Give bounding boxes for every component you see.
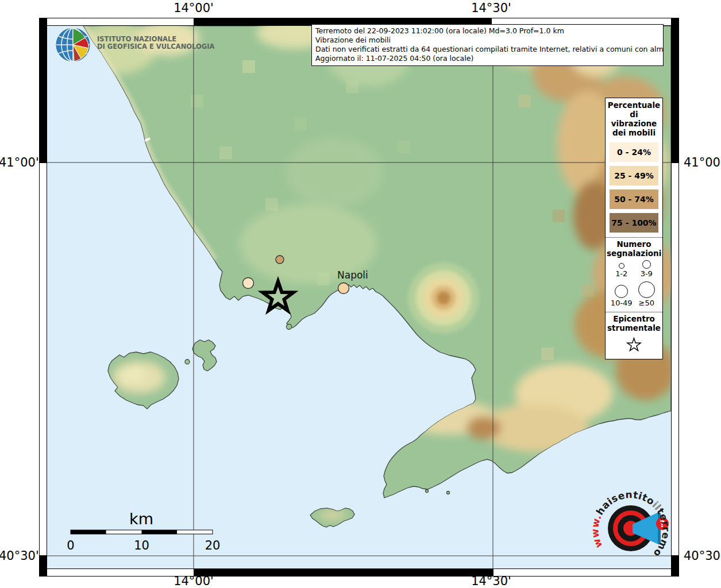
frame-segment <box>39 556 47 577</box>
info-line-source: Dati non verificati estratti da 64 quest… <box>315 45 660 54</box>
legend-reports-title: Numero segnalazioni <box>606 239 662 259</box>
city-label: Napoli <box>337 269 368 281</box>
ingv-globe-icon <box>55 26 92 63</box>
report-size-icon-1-2 <box>619 263 624 269</box>
ingv-wordmark: ISTITUTO NAZIONALE DI GEOFISICA E VULCAN… <box>97 26 214 51</box>
report-size-label: 1-2 <box>615 269 627 278</box>
report-size-icon-50 <box>638 281 655 298</box>
legend-epicenter-section: Epicentro strumentale <box>606 312 662 355</box>
wm-it: .it <box>591 488 593 490</box>
haisentitoilterremoto-logo: ? www.haisentitoilterremoto.it <box>591 488 672 570</box>
terrain-map: Napoli km 0 10 20 <box>47 26 671 568</box>
frame-segment <box>671 556 679 577</box>
legend-percent-title: Percentuale di vibrazione dei mobili <box>606 98 662 138</box>
legend-swatch-50-74: 50 - 74% <box>610 189 658 209</box>
ingv-line-2: DI GEOFISICA E VULCANOLOGIA <box>97 43 214 51</box>
axis-label-bottom-lon-14-00: 14°00' <box>173 574 214 588</box>
map-legend: Percentuale di vibrazione dei mobili 0 -… <box>605 98 663 359</box>
epicenter-star-icon <box>626 337 642 352</box>
report-size-label: 3-9 <box>641 269 653 278</box>
frame-segment <box>493 568 679 577</box>
axis-label-top-lon-14-00: 14°00' <box>173 1 214 15</box>
legend-swatch-0-24: 0 - 24% <box>610 142 658 162</box>
frame-segment <box>39 18 47 163</box>
axis-label-left-lat-41-00: 41°00' <box>0 156 37 169</box>
scale-tick-0: 0 <box>67 539 74 552</box>
wm-sentito: sentito <box>609 489 657 508</box>
ingv-logo: ISTITUTO NAZIONALE DI GEOFISICA E VULCAN… <box>55 26 214 63</box>
scale-tick-20: 20 <box>205 539 221 552</box>
report-circle <box>243 278 254 289</box>
report-circle <box>276 256 284 264</box>
screenshot-root: { "axis": { "top_left": "14°00'", "top_r… <box>0 0 721 588</box>
frame-segment <box>39 568 194 577</box>
frame-segment <box>194 568 493 577</box>
report-size-icon-10-49 <box>615 285 628 298</box>
info-line-subject: Vibrazione dei mobili <box>315 36 660 45</box>
wm-www: www. <box>591 512 604 550</box>
legend-reports-section: Numero segnalazioni 1-2 3-9 10-49 ≥50 <box>606 237 662 307</box>
legend-swatch-75-100: 75 - 100% <box>610 213 658 233</box>
frame-segment <box>671 163 679 556</box>
legend-swatch-25-49: 25 - 49% <box>610 166 658 185</box>
axis-label-right-lat-40-30: 40°30' <box>684 549 721 563</box>
info-line-event: Terremoto del 22-09-2023 11:02:00 (ora l… <box>315 26 660 36</box>
axis-label-left-lat-40-30: 40°30' <box>0 549 37 563</box>
info-line-updated: Aggiornato il: 11-07-2025 04:50 (ora loc… <box>315 54 660 63</box>
axis-label-bottom-lon-14-30: 14°30' <box>471 574 511 588</box>
vesuvius-cone <box>408 262 479 334</box>
report-size-label: 10-49 <box>611 299 633 307</box>
report-circle <box>338 283 349 294</box>
scale-unit: km <box>129 510 153 528</box>
report-size-icon-3-9 <box>642 260 651 269</box>
frame-segment <box>671 18 679 163</box>
earthquake-info-box: Terremoto del 22-09-2023 11:02:00 (ora l… <box>311 24 664 66</box>
report-size-label: ≥50 <box>639 299 654 307</box>
frame-segment <box>39 163 47 556</box>
legend-epicenter-title: Epicentro strumentale <box>606 314 662 334</box>
scale-tick-10: 10 <box>134 539 149 552</box>
axis-label-right-lat-41-00: 41°00' <box>684 156 721 169</box>
axis-label-top-lon-14-30: 14°30' <box>471 1 511 15</box>
frame-segment <box>39 18 194 26</box>
